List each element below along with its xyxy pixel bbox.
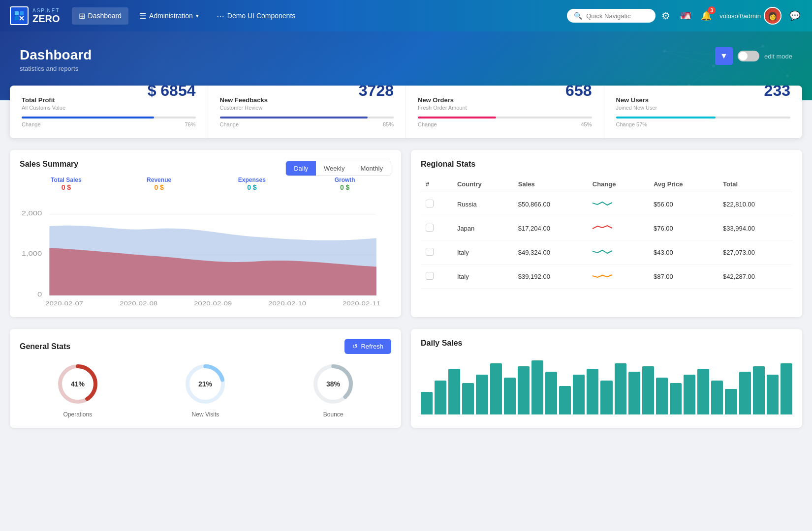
page-subtitle: statistics and reports [20, 65, 792, 72]
daily-sales-chart [421, 355, 792, 414]
edit-mode-toggle[interactable] [738, 51, 759, 61]
donut-chart: 21% [183, 362, 227, 406]
table-cell-check[interactable] [421, 216, 452, 240]
stat-value: $ 6854 [148, 86, 196, 100]
table-row: Russia $50,866.00 $56.00 $22,810.00 [421, 192, 792, 216]
sales-metric: Total Sales 0 $ [20, 177, 113, 191]
table-row: Italy $39,192.00 $87.00 $42,287.00 [421, 265, 792, 289]
svg-text:21%: 21% [198, 380, 213, 388]
dashboard-icon: ⊞ [79, 11, 85, 21]
logo-area: ASP.NET ZERO [10, 6, 60, 25]
bar [615, 363, 626, 414]
stat-change: Change85% [220, 121, 394, 127]
donut-label: Bounce [311, 411, 355, 418]
bar [448, 369, 460, 414]
search-box[interactable]: 🔍 [567, 9, 656, 23]
dashboard-nav-btn[interactable]: ⊞ Dashboard [72, 7, 129, 25]
hero-controls: ▼ edit mode [715, 47, 792, 65]
table-cell-check[interactable] [421, 265, 452, 289]
avatar: 👩 [764, 7, 781, 25]
svg-rect-2 [15, 16, 19, 20]
svg-text:0: 0 [37, 291, 42, 297]
table-header: Total [718, 177, 792, 192]
administration-nav-btn[interactable]: ☰ Administration ▾ [132, 7, 206, 25]
tab-btn-monthly[interactable]: Monthly [352, 161, 391, 176]
bar [711, 381, 723, 414]
search-input[interactable] [586, 12, 645, 20]
bar [656, 378, 668, 414]
stat-sublabel: Joined New User [616, 105, 657, 111]
svg-text:2020-02-10: 2020-02-10 [268, 300, 306, 306]
stat-card: New Feedbacks Customer Review 3728 Chang… [208, 86, 406, 138]
table-cell-avgprice: $87.00 [649, 265, 718, 289]
bar [518, 366, 530, 414]
donut-label: New Visits [183, 411, 227, 418]
svg-text:2020-02-11: 2020-02-11 [343, 300, 380, 306]
user-menu[interactable]: volosoft\admin 👩 [719, 7, 781, 25]
tab-btn-weekly[interactable]: Weekly [316, 161, 352, 176]
navbar: ASP.NET ZERO ⊞ Dashboard ☰ Administratio… [0, 0, 812, 31]
notification-btn[interactable]: 🔔 3 [699, 8, 714, 23]
bar [531, 360, 543, 414]
donut-item: 41% Operations [56, 362, 100, 418]
general-stats-title: General Stats [20, 342, 70, 351]
bar [781, 363, 792, 414]
metric-label: Revenue [113, 177, 206, 183]
logo-icon [10, 6, 29, 25]
table-cell-change [588, 240, 649, 265]
tab-group: DailyWeeklyMonthly [285, 161, 391, 176]
bar [435, 381, 446, 414]
metric-value: 0 $ [298, 183, 391, 191]
stats-row: Total Profit All Customs Value $ 6854 Ch… [10, 86, 802, 138]
table-header: Country [452, 177, 513, 192]
stat-value: 3728 [359, 86, 394, 100]
stat-label: New Orders [418, 96, 467, 104]
stat-card: New Users Joined New User 233 Change 57% [604, 86, 803, 138]
svg-text:41%: 41% [71, 380, 85, 388]
svg-point-6 [786, 74, 789, 77]
svg-rect-1 [20, 11, 24, 15]
stat-bar [418, 117, 496, 118]
stat-bar [220, 117, 368, 118]
svg-text:1,000: 1,000 [22, 251, 42, 257]
tab-btn-daily[interactable]: Daily [286, 161, 316, 176]
demo-icon: ⋯ [217, 11, 224, 21]
table-cell-check[interactable] [421, 192, 452, 216]
table-header: Change [588, 177, 649, 192]
page-title: Dashboard [20, 47, 792, 63]
bar [573, 375, 585, 414]
settings-icon-btn[interactable]: ⚙ [659, 8, 672, 24]
bar [739, 372, 751, 414]
svg-text:38%: 38% [326, 380, 341, 388]
table-cell-sales: $39,192.00 [513, 265, 588, 289]
filter-btn[interactable]: ▼ [715, 47, 733, 65]
svg-text:2020-02-08: 2020-02-08 [120, 300, 157, 306]
nav-right: ⚙ 🇺🇸 🔔 3 volosoft\admin 👩 💬 [659, 7, 802, 25]
table-cell-check[interactable] [421, 240, 452, 265]
chat-icon-btn[interactable]: 💬 [787, 8, 802, 23]
table-cell-change [588, 192, 649, 216]
table-cell-avgprice: $76.00 [649, 216, 718, 240]
general-stats-card: General Stats ↺ Refresh 41% Operations 2… [10, 329, 401, 428]
daily-sales-title: Daily Sales [421, 339, 792, 348]
language-btn[interactable]: 🇺🇸 [678, 8, 693, 23]
table-cell-sales: $50,866.00 [513, 192, 588, 216]
table-row: Italy $49,324.00 $43.00 $27,073.00 [421, 240, 792, 265]
svg-text:2020-02-09: 2020-02-09 [194, 300, 232, 306]
donut-item: 21% New Visits [183, 362, 227, 418]
demo-nav-btn[interactable]: ⋯ Demo UI Components [210, 7, 303, 25]
table-header: # [421, 177, 452, 192]
donut-row: 41% Operations 21% New Visits 38% Bounce [20, 362, 391, 418]
metric-value: 0 $ [206, 183, 299, 191]
metric-label: Total Sales [20, 177, 113, 183]
stat-change: Change45% [418, 121, 592, 127]
table-cell-avgprice: $56.00 [649, 192, 718, 216]
bar [753, 366, 765, 414]
stat-bar-container [616, 117, 791, 118]
bar [504, 378, 516, 414]
bar [628, 372, 640, 414]
sales-summary-card: Sales Summary DailyWeeklyMonthly Total S… [10, 150, 401, 317]
regional-stats-card: Regional Stats #CountrySalesChangeAvg Pr… [411, 150, 802, 317]
refresh-button[interactable]: ↺ Refresh [344, 339, 391, 354]
bar [670, 383, 682, 414]
